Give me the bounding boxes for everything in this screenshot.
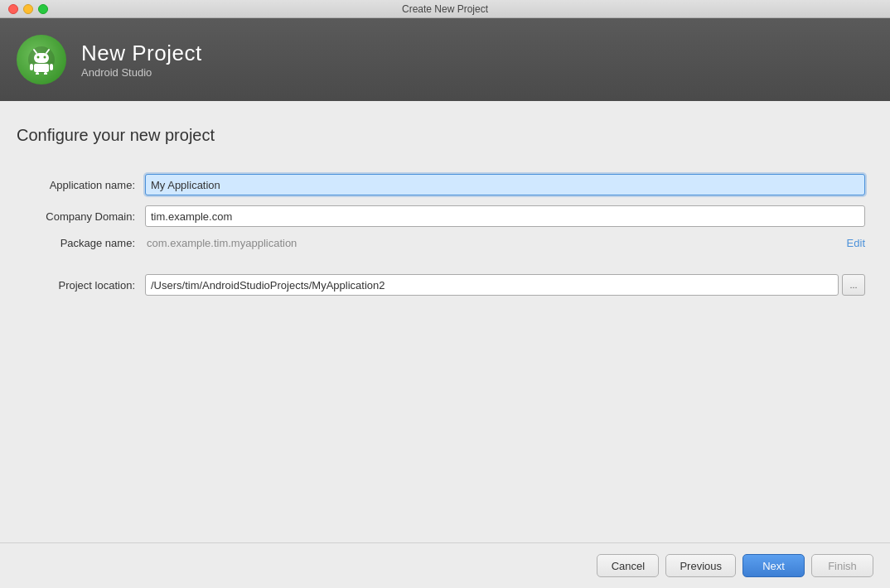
maximize-button[interactable] xyxy=(38,4,48,14)
svg-point-5 xyxy=(44,56,46,59)
app-name-label: Application name: xyxy=(25,179,145,191)
svg-rect-7 xyxy=(30,64,33,70)
next-button[interactable]: Next xyxy=(742,554,805,577)
project-location-input[interactable] xyxy=(145,274,839,296)
form-area: Application name: Company Domain: Packag… xyxy=(17,174,873,296)
app-name-row: Application name: xyxy=(25,174,865,195)
cancel-button[interactable]: Cancel xyxy=(597,554,659,577)
package-name-row: Package name: com.example.tim.myapplicat… xyxy=(25,237,865,249)
minimize-button[interactable] xyxy=(23,4,33,14)
location-input-wrap: ... xyxy=(145,274,865,296)
svg-rect-6 xyxy=(34,64,49,72)
android-studio-icon xyxy=(27,45,56,75)
app-subtitle: Android Studio xyxy=(81,66,202,79)
header-text: New Project Android Studio xyxy=(81,41,202,79)
finish-button[interactable]: Finish xyxy=(811,554,873,577)
footer: Cancel Previous Next Finish xyxy=(0,542,890,588)
company-domain-input[interactable] xyxy=(145,205,865,227)
app-logo xyxy=(17,35,66,84)
page-heading: Configure your new project xyxy=(17,126,873,145)
project-location-label: Project location: xyxy=(25,279,145,292)
project-location-row: Project location: ... xyxy=(25,274,865,296)
window-title: Create New Project xyxy=(402,3,488,15)
title-bar: Create New Project xyxy=(0,0,890,18)
company-domain-row: Company Domain: xyxy=(25,205,865,227)
svg-rect-3 xyxy=(34,53,49,63)
main-content: Configure your new project Application n… xyxy=(0,101,890,588)
browse-button[interactable]: ... xyxy=(842,274,865,296)
svg-point-4 xyxy=(37,56,40,59)
close-button[interactable] xyxy=(8,4,18,14)
package-name-label: Package name: xyxy=(25,237,145,249)
app-name-input[interactable] xyxy=(145,174,865,195)
header: New Project Android Studio xyxy=(0,18,890,101)
window-controls xyxy=(8,4,48,14)
previous-button[interactable]: Previous xyxy=(665,554,736,577)
svg-rect-8 xyxy=(50,64,53,70)
package-name-value: com.example.tim.myapplication xyxy=(145,237,847,249)
company-domain-label: Company Domain: xyxy=(25,210,145,223)
project-title: New Project xyxy=(81,41,202,66)
edit-package-link[interactable]: Edit xyxy=(847,237,865,249)
